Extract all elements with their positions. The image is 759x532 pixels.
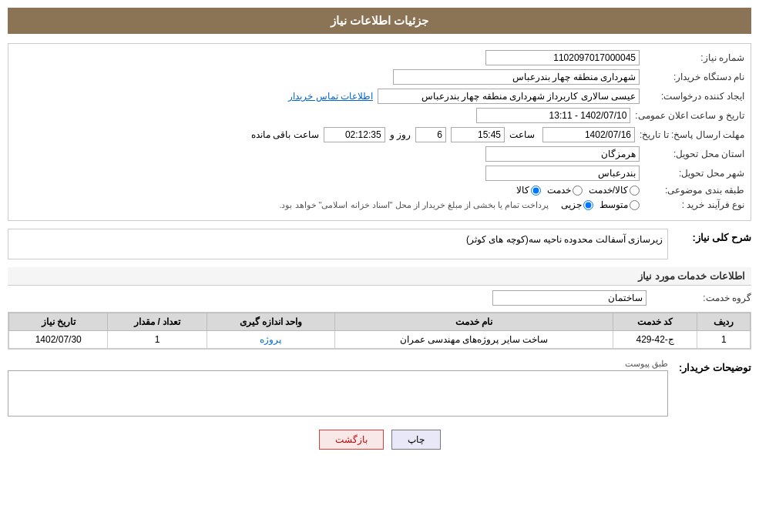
- category-option-label-kala: کالا: [516, 185, 529, 196]
- deadline-date-input: [542, 127, 635, 142]
- cell-code: ج-42-429: [613, 331, 697, 349]
- buyer-agency-input: [393, 69, 640, 85]
- service-group-label: گروه خدمت:: [651, 293, 751, 303]
- cell-quantity: 1: [108, 331, 207, 349]
- purchase-type-radio-group: متوسط جزیی: [561, 199, 640, 210]
- purchase-type-label-jozyi: جزیی: [561, 199, 582, 210]
- category-label: طبقه بندی موضوعی:: [644, 185, 744, 196]
- main-form: شماره نیاز: نام دستگاه خریدار: ایجاد کنن…: [8, 43, 751, 221]
- cell-name: ساخت سایر پروژه‌های مهندسی عمران: [335, 331, 613, 349]
- purchase-type-label: نوع فرآیند خرید :: [644, 199, 744, 210]
- requester-contact-link[interactable]: اطلاعات تماس خریدار: [288, 91, 373, 102]
- button-bar: چاپ بازگشت: [8, 430, 751, 457]
- request-number-input: [485, 50, 640, 65]
- table-row: 1 ج-42-429 ساخت سایر پروژه‌های مهندسی عم…: [9, 331, 751, 349]
- services-table-container: ردیف کد خدمت نام خدمت واحد اندازه گیری ت…: [8, 312, 751, 350]
- deadline-label: مهلت ارسال پاسخ: تا تاریخ:: [640, 129, 744, 140]
- category-option-label-khedmat: خدمت: [547, 185, 571, 196]
- category-option-label-kala-khedmat: کالا/خدمت: [589, 185, 628, 196]
- province-input: [485, 146, 640, 162]
- col-header-row: ردیف: [697, 313, 751, 331]
- category-option-khedmat[interactable]: خدمت: [547, 185, 583, 196]
- buyer-notes-label: توضیحات خریدار:: [674, 359, 751, 373]
- category-option-kala[interactable]: کالا: [516, 185, 541, 196]
- service-group-row: گروه خدمت:: [8, 290, 751, 306]
- cell-unit: پروژه: [207, 331, 334, 349]
- deadline-time-label: ساعت: [509, 129, 535, 140]
- buyer-agency-label: نام دستگاه خریدار:: [644, 72, 744, 82]
- col-header-date: تاریخ نیاز: [9, 313, 108, 331]
- announce-date-input: [476, 108, 630, 123]
- city-input: [485, 166, 640, 181]
- services-table: ردیف کد خدمت نام خدمت واحد اندازه گیری ت…: [8, 313, 751, 349]
- buyer-notes-textarea[interactable]: [8, 370, 668, 417]
- category-radio-group: کالا/خدمت خدمت کالا: [516, 185, 640, 196]
- cell-date: 1402/07/30: [9, 331, 108, 349]
- description-label: شرح کلی نیاز:: [674, 229, 751, 243]
- description-value: زیرسازی آسفالت محدوده ناحیه سه(کوچه های …: [466, 234, 663, 245]
- requester-input: [378, 89, 640, 104]
- purchase-type-option-motavased[interactable]: متوسط: [599, 199, 640, 210]
- back-button[interactable]: بازگشت: [319, 430, 384, 450]
- category-row: طبقه بندی موضوعی: کالا/خدمت خدمت کالا: [15, 185, 744, 196]
- province-label: استان محل تحویل:: [644, 149, 744, 159]
- page-title: جزئیات اطلاعات نیاز: [331, 14, 428, 27]
- deadline-days-label: روز و: [390, 129, 411, 140]
- buyer-agency-row: نام دستگاه خریدار:: [15, 69, 744, 85]
- col-header-name: نام خدمت: [335, 313, 613, 331]
- col-header-unit: واحد اندازه گیری: [207, 313, 334, 331]
- requester-row: ایجاد کننده درخواست: اطلاعات تماس خریدار: [15, 89, 744, 104]
- deadline-remaining-input: [324, 127, 385, 142]
- purchase-type-option-jozyi[interactable]: جزیی: [561, 199, 593, 210]
- purchase-type-note: پرداخت تمام یا بخشی از مبلغ خریدار از مح…: [279, 200, 549, 210]
- col-header-code: کد خدمت: [613, 313, 697, 331]
- deadline-time-input: [451, 127, 505, 142]
- print-button[interactable]: چاپ: [391, 430, 441, 450]
- deadline-days-input: [415, 127, 446, 142]
- description-box: زیرسازی آسفالت محدوده ناحیه سه(کوچه های …: [8, 229, 668, 259]
- request-number-label: شماره نیاز:: [644, 52, 744, 63]
- col-header-quantity: تعداد / مقدار: [108, 313, 207, 331]
- deadline-row: مهلت ارسال پاسخ: تا تاریخ: ساعت روز و سا…: [15, 127, 744, 142]
- services-section-title: اطلاعات خدمات مورد نیاز: [8, 267, 751, 286]
- buyer-notes-hint: طبق پیوست: [8, 359, 668, 369]
- announce-date-row: تاریخ و ساعت اعلان عمومی:: [15, 108, 744, 123]
- purchase-type-row: نوع فرآیند خرید : متوسط جزیی پرداخت تمام…: [15, 199, 744, 210]
- province-row: استان محل تحویل:: [15, 146, 744, 162]
- cell-row: 1: [697, 331, 751, 349]
- service-group-input: [492, 290, 646, 306]
- request-number-row: شماره نیاز:: [15, 50, 744, 65]
- table-header-row: ردیف کد خدمت نام خدمت واحد اندازه گیری ت…: [9, 313, 751, 331]
- city-row: شهر محل تحویل:: [15, 166, 744, 181]
- purchase-type-label-motavased: متوسط: [599, 199, 628, 210]
- requester-label: ایجاد کننده درخواست:: [644, 91, 744, 102]
- page-header: جزئیات اطلاعات نیاز: [8, 8, 751, 34]
- deadline-remaining-label: ساعت باقی مانده: [251, 129, 319, 140]
- announce-date-label: تاریخ و ساعت اعلان عمومی:: [635, 110, 744, 121]
- city-label: شهر محل تحویل:: [644, 168, 744, 179]
- category-option-kala-khedmat[interactable]: کالا/خدمت: [589, 185, 640, 196]
